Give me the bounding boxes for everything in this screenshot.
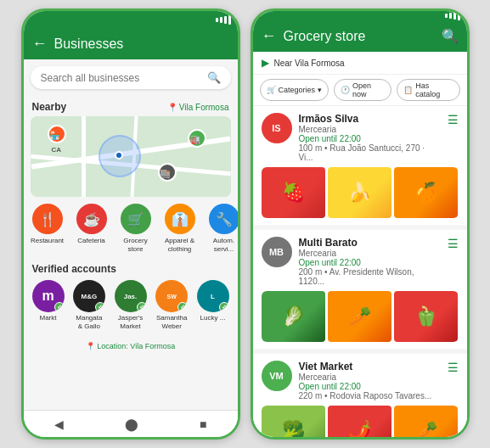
multi-type: Mercearia — [299, 249, 441, 258]
verified-samantha[interactable]: SW ✓ Samantha Weber — [155, 280, 189, 330]
verified-mangata[interactable]: M&G ✓ Mangata & Gallo — [73, 280, 106, 330]
open-now-chip[interactable]: 🕐 Open now — [334, 79, 391, 101]
nearby-label: Nearby — [32, 101, 67, 113]
viet-image-2: 🌶️ — [328, 406, 391, 440]
nearby-header: Nearby 📍 Vila Formosa — [24, 96, 238, 116]
markt-avatar: m ✓ — [32, 280, 65, 312]
apparel-icon: 👔 — [165, 204, 195, 234]
footer-location-text: 📍 Location: — [86, 342, 131, 350]
irmaos-logo: IS — [262, 113, 292, 143]
multi-images: 🥬 🥕 🫑 — [262, 291, 459, 342]
mangata-avatar: M&G ✓ — [73, 280, 105, 312]
search-icon: 🔍 — [207, 71, 221, 84]
right-search-icon[interactable]: 🔍 — [442, 28, 459, 44]
navigation-icon: ▶ — [262, 57, 269, 69]
lucky-checkmark: ✓ — [219, 302, 229, 312]
left-nav-bar: ◀ ⬤ ■ — [24, 410, 238, 437]
location-text: Near Vila Formosa — [274, 59, 345, 68]
nav-recents-button[interactable]: ■ — [200, 417, 206, 431]
signal-icons — [216, 15, 231, 25]
right-status-bar — [253, 11, 467, 20]
viet-status: Open until 22:00 — [299, 382, 441, 391]
right-signal-bar-1 — [445, 14, 448, 18]
category-cafeteria[interactable]: ☕ Cafeteria — [73, 204, 110, 253]
strawberry-image: 🍓 — [262, 167, 325, 218]
verified-checkmark: ✓ — [54, 302, 65, 312]
map-avatar-1: 🏪 — [48, 125, 66, 143]
category-restaurant[interactable]: 🍴 Restaurant — [29, 204, 66, 253]
verified-label: Verified accounts — [32, 263, 229, 275]
pepper-image: 🫑 — [394, 291, 458, 342]
lucky-avatar: L ✓ — [197, 280, 229, 312]
cafeteria-label: Cafeteria — [77, 237, 104, 245]
apparel-label: Apparel & clothing — [161, 237, 199, 253]
map-avatar-3: 🏭 — [188, 129, 206, 148]
banana-image: 🍌 — [328, 167, 391, 218]
verified-row: m ✓ Markt M&G ✓ Mangata & Gallo — [32, 280, 229, 335]
cafeteria-icon: ☕ — [76, 204, 107, 234]
page-title: Businesses — [54, 36, 229, 52]
store-header-2: MB Multi Barato Mercearia Open until 22:… — [262, 237, 459, 286]
multi-menu-icon[interactable]: ☰ — [448, 237, 459, 250]
location-tag[interactable]: 📍 Vila Formosa — [167, 103, 229, 112]
jaspers-checkmark: ✓ — [137, 302, 147, 312]
restaurant-label: Restaurant — [31, 237, 64, 245]
map-container[interactable]: 🏪 🏬 🏭 CA — [31, 116, 231, 197]
category-auto[interactable]: 🔧 Autom. servi... — [206, 204, 238, 253]
irmaos-menu-icon[interactable]: ☰ — [448, 113, 459, 126]
nav-back-button[interactable]: ◀ — [54, 417, 64, 431]
markt-name: Markt — [40, 314, 57, 322]
has-catalog-chip[interactable]: 📋 Has catalog — [397, 79, 459, 101]
signal-bar-2 — [220, 17, 222, 23]
right-header: ← Grocery store 🔍 — [253, 20, 467, 52]
irmaos-dist: 100 m • Rua João Santucci, 270 · Vi... — [299, 143, 441, 162]
map-center-dot — [115, 151, 123, 160]
carrot-image: 🥕 — [328, 291, 391, 342]
map-label-ca: CA — [52, 146, 62, 154]
jaspers-name: Jasper's Market — [114, 314, 147, 330]
left-content: 🔍 Nearby 📍 Vila Formosa — [24, 59, 238, 410]
footer-location: 📍 Location: Vila Formosa — [24, 337, 238, 356]
footer-location-link[interactable]: Vila Formosa — [130, 342, 175, 350]
search-input[interactable] — [41, 72, 207, 84]
store-viet-market[interactable]: VM Viet Market Mercearia Open until 22:0… — [253, 354, 467, 440]
viet-type: Mercearia — [299, 372, 441, 382]
right-phone: ← Grocery store 🔍 ▶ Near Vila Formosa 🛒 … — [251, 8, 470, 440]
irmaos-name: Irmãos Silva — [299, 113, 441, 125]
right-back-button[interactable]: ← — [262, 27, 277, 45]
verified-lucky[interactable]: L ✓ Lucky ... — [197, 280, 229, 330]
viet-dist: 220 m • Rodovia Raposo Tavares... — [299, 391, 441, 400]
catalog-icon: 📋 — [403, 86, 413, 94]
search-bar: 🔍 — [31, 66, 231, 89]
right-signal-bar-4 — [458, 11, 460, 20]
store-multi-barato[interactable]: MB Multi Barato Mercearia Open until 22:… — [253, 230, 467, 349]
verified-markt[interactable]: m ✓ Markt — [32, 280, 65, 330]
grocery-label: Grocery store — [117, 237, 155, 253]
verified-jaspers[interactable]: Jas. ✓ Jasper's Market — [114, 280, 147, 330]
back-button[interactable]: ← — [32, 35, 48, 53]
location-name: Vila Formosa — [179, 103, 229, 112]
location-icon: 📍 — [167, 103, 177, 112]
screens-container: ← Businesses 🔍 Nearby 📍 Vila Formosa — [13, 0, 478, 448]
nav-home-button[interactable]: ⬤ — [125, 417, 138, 431]
map-background: 🏪 🏬 🏭 CA — [31, 116, 231, 197]
irmaos-type: Mercearia — [299, 125, 441, 134]
categories-chip[interactable]: 🛒 Categories ▾ — [260, 79, 329, 101]
viet-image-3: 🥕 — [394, 406, 458, 440]
open-now-label: Open now — [352, 81, 385, 98]
right-page-title: Grocery store — [284, 29, 435, 44]
signal-bar-3 — [224, 16, 227, 24]
left-phone: ← Businesses 🔍 Nearby 📍 Vila Formosa — [21, 8, 240, 440]
viet-image-1: 🥦 — [262, 406, 325, 440]
category-grocery[interactable]: 🛒 Grocery store — [117, 204, 155, 253]
category-apparel[interactable]: 👔 Apparel & clothing — [161, 204, 199, 253]
categories-chevron-icon: ▾ — [318, 86, 322, 94]
mangata-name: Mangata & Gallo — [73, 314, 106, 330]
map-road-3 — [82, 116, 86, 197]
signal-bar-1 — [216, 18, 218, 22]
viet-menu-icon[interactable]: ☰ — [448, 361, 459, 374]
has-catalog-label: Has catalog — [415, 81, 453, 98]
store-irmaos-silva[interactable]: IS Irmãos Silva Mercearia Open until 22:… — [253, 106, 467, 225]
categories-chip-label: Categories — [279, 86, 316, 94]
categories-chip-icon: 🛒 — [267, 86, 276, 94]
